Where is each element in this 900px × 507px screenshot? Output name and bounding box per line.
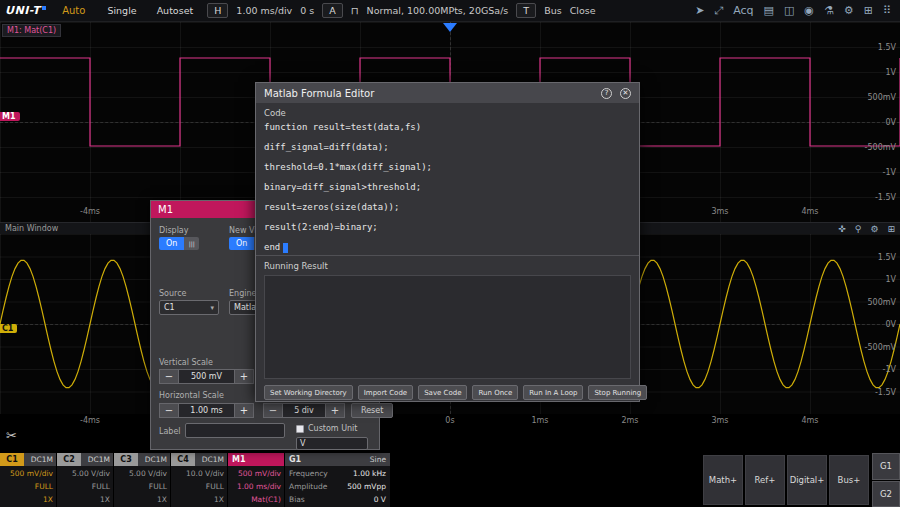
unit-input[interactable]: V bbox=[296, 437, 368, 450]
more-icon[interactable]: ⠿ bbox=[883, 4, 891, 17]
trigger-menu-button[interactable]: T bbox=[516, 3, 536, 18]
channel-info-c2[interactable]: C2 DC1M 5.00 V/div FULL 1X bbox=[57, 453, 113, 507]
brand-logo: UNI-T bbox=[5, 4, 46, 17]
code-line[interactable]: function result=test(data,fs) bbox=[264, 117, 631, 137]
run-in-a-loop-button[interactable]: Run In A Loop bbox=[523, 385, 583, 400]
probe-value: 1X bbox=[174, 495, 224, 504]
time-label: -4ms bbox=[80, 207, 100, 216]
channel-info-m1[interactable]: M1 500 mV/div 1.00 ms/div Mat(C1) bbox=[228, 453, 284, 507]
channel-info-c3[interactable]: C3 DC1M 5.00 V/div FULL 1X bbox=[114, 453, 170, 507]
display-toggle[interactable]: On ||| bbox=[159, 237, 199, 250]
code-line[interactable]: result(2:end)=binary; bbox=[264, 217, 631, 237]
touch-icon[interactable]: ✜ bbox=[838, 224, 846, 234]
display-on-segment[interactable]: On bbox=[159, 237, 184, 250]
import-code-button[interactable]: Import Code bbox=[358, 385, 413, 400]
source-value: C1 bbox=[164, 303, 175, 312]
c1-level-marker[interactable]: C1 bbox=[0, 324, 17, 333]
display-label: Display bbox=[159, 226, 189, 235]
dialog-titlebar[interactable]: Matlab Formula Editor ? ✕ bbox=[256, 83, 639, 103]
add-digital-button[interactable]: Digital+ bbox=[787, 455, 827, 505]
close-icon[interactable]: ✕ bbox=[620, 88, 631, 99]
plus-button[interactable]: + bbox=[325, 403, 345, 418]
new-view-on-segment[interactable]: On bbox=[229, 237, 254, 250]
checkbox-icon[interactable] bbox=[296, 425, 304, 433]
voltage-label: -1V bbox=[883, 365, 896, 374]
set-working-directory-button[interactable]: Set Working Directory bbox=[264, 385, 353, 400]
code-line[interactable]: threshold=0.1*max(diff_signal); bbox=[264, 157, 631, 177]
horizontal-offset-value[interactable]: 0 s bbox=[300, 5, 314, 16]
voltage-label: -500mV bbox=[865, 342, 896, 351]
channel-info-c4[interactable]: C4 DC1M 10.0 V/div FULL 1X bbox=[171, 453, 227, 507]
code-editor[interactable]: function result=test(data,fs)diff_signal… bbox=[264, 117, 631, 257]
channel-id[interactable]: C4 bbox=[171, 453, 195, 466]
channel-id[interactable]: M1 bbox=[228, 453, 284, 466]
gear-icon[interactable]: ⚙ bbox=[870, 224, 878, 234]
tab-g2[interactable]: G2 bbox=[872, 481, 900, 507]
cut-icon[interactable]: ✂ bbox=[6, 428, 17, 443]
single-button[interactable]: Single bbox=[101, 3, 142, 18]
minus-button[interactable]: − bbox=[159, 369, 179, 384]
help-icon[interactable]: ? bbox=[601, 88, 612, 99]
probe-value: 1X bbox=[3, 495, 53, 504]
math-source-badge[interactable]: M1: Mat(C1) bbox=[2, 24, 61, 37]
time-label: -4ms bbox=[80, 416, 100, 425]
section-divider bbox=[256, 255, 639, 256]
chevron-down-icon: ▾ bbox=[210, 304, 214, 312]
add-bus-button[interactable]: Bus+ bbox=[829, 455, 869, 505]
cursor-icon[interactable]: ➤ bbox=[695, 4, 704, 17]
channel-info-c1[interactable]: C1 DC1M 500 mV/div FULL 1X bbox=[0, 453, 56, 507]
code-line[interactable]: result=zeros(size(data)); bbox=[264, 197, 631, 217]
source-dropdown[interactable]: C1 ▾ bbox=[159, 300, 219, 315]
scale-value: 5.00 V/div bbox=[60, 469, 110, 478]
bus-label[interactable]: Bus bbox=[544, 5, 562, 16]
param-label: Frequency bbox=[289, 469, 328, 478]
code-line[interactable]: end bbox=[264, 237, 631, 257]
custom-unit-checkbox[interactable]: Custom Unit bbox=[296, 424, 357, 433]
flask-icon[interactable]: ⚗ bbox=[824, 4, 834, 17]
bars-icon[interactable]: ||| bbox=[184, 237, 199, 250]
channel-id[interactable]: C1 bbox=[0, 453, 24, 466]
add-math-button[interactable]: Math+ bbox=[703, 455, 743, 505]
apps-icon[interactable]: ⊞ bbox=[864, 4, 873, 17]
record-icon[interactable]: ◉ bbox=[804, 4, 814, 17]
code-line[interactable]: diff_signal=diff(data); bbox=[264, 137, 631, 157]
voltage-label: 500mV bbox=[867, 93, 896, 102]
minus-button[interactable]: − bbox=[263, 403, 283, 418]
generator-id[interactable]: G1 bbox=[289, 455, 301, 464]
printer-icon[interactable]: ▤ bbox=[764, 4, 774, 17]
bus-state[interactable]: Close bbox=[570, 5, 596, 16]
save-icon[interactable]: ◫ bbox=[784, 4, 794, 17]
plus-button[interactable]: + bbox=[234, 369, 254, 384]
code-line[interactable]: binary=diff_signal>threshold; bbox=[264, 177, 631, 197]
div-value: 5 div bbox=[283, 403, 325, 418]
apps-icon[interactable]: ⊞ bbox=[887, 224, 895, 234]
channel-id[interactable]: C3 bbox=[114, 453, 138, 466]
reset-button[interactable]: Reset bbox=[351, 403, 393, 418]
horizontal-menu-button[interactable]: H bbox=[207, 3, 228, 18]
div-stepper: − 5 div + bbox=[263, 403, 345, 418]
save-code-button[interactable]: Save Code bbox=[418, 385, 467, 400]
run-once-button[interactable]: Run Once bbox=[472, 385, 518, 400]
top-toolbar: UNI-T Auto Single Autoset H 1.00 ms/div … bbox=[0, 0, 900, 22]
time-label: 4ms bbox=[801, 207, 818, 216]
stop-running-button[interactable]: Stop Running bbox=[588, 385, 647, 400]
m1-level-marker[interactable]: M1 bbox=[0, 112, 20, 121]
tab-g1[interactable]: G1 bbox=[872, 453, 900, 480]
channel-id[interactable]: C2 bbox=[57, 453, 81, 466]
zoom-icon[interactable]: ⚲ bbox=[855, 224, 862, 234]
minus-button[interactable]: − bbox=[159, 403, 179, 418]
acquire-menu-button[interactable]: A bbox=[322, 3, 343, 18]
autoset-button[interactable]: Autoset bbox=[151, 3, 200, 18]
acquire-button[interactable]: Acq bbox=[733, 4, 753, 17]
timebase-value[interactable]: 1.00 ms/div bbox=[236, 5, 292, 16]
measure-icon[interactable]: ⤢ bbox=[714, 4, 723, 17]
plus-button[interactable]: + bbox=[234, 403, 254, 418]
add-source-buttons: Math+ Ref+ Digital+ Bus+ bbox=[703, 453, 871, 507]
generator-info-g1[interactable]: G1 Sine Frequency 1.00 kHz Amplitude 500… bbox=[285, 453, 390, 507]
add-ref-button[interactable]: Ref+ bbox=[745, 455, 785, 505]
gear-icon[interactable]: ⚙ bbox=[844, 4, 854, 17]
trigger-mode-button[interactable]: Auto bbox=[54, 4, 93, 17]
trigger-position-marker[interactable] bbox=[443, 23, 457, 32]
param-label: Bias bbox=[289, 495, 305, 504]
label-input[interactable] bbox=[185, 423, 285, 438]
